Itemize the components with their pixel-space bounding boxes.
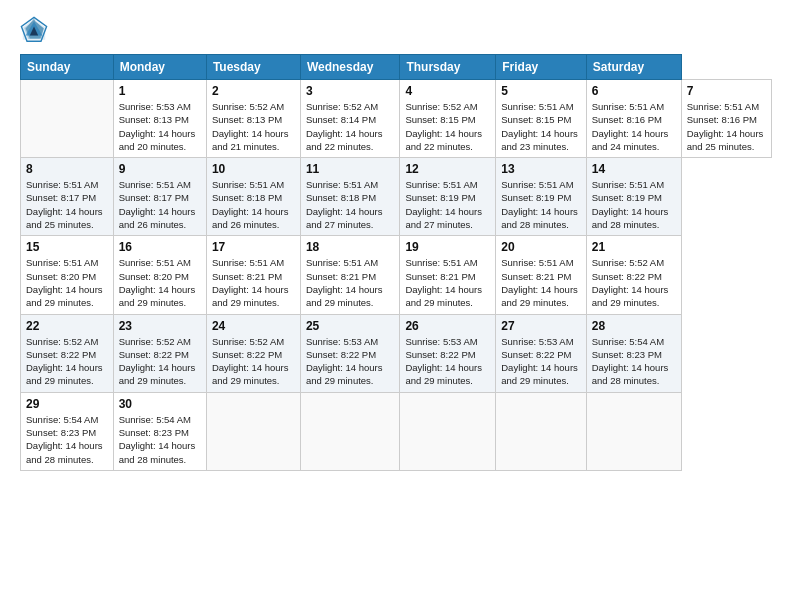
logo-icon xyxy=(20,16,48,44)
day-cell: 5 Sunrise: 5:51 AMSunset: 8:15 PMDayligh… xyxy=(496,80,586,158)
day-number: 27 xyxy=(501,319,580,333)
day-number: 25 xyxy=(306,319,395,333)
day-number: 2 xyxy=(212,84,295,98)
day-detail: Sunrise: 5:51 AMSunset: 8:21 PMDaylight:… xyxy=(405,256,490,309)
day-cell xyxy=(206,392,300,470)
day-cell: 13 Sunrise: 5:51 AMSunset: 8:19 PMDaylig… xyxy=(496,158,586,236)
day-detail: Sunrise: 5:54 AMSunset: 8:23 PMDaylight:… xyxy=(119,413,201,466)
day-detail: Sunrise: 5:51 AMSunset: 8:19 PMDaylight:… xyxy=(405,178,490,231)
day-cell: 29 Sunrise: 5:54 AMSunset: 8:23 PMDaylig… xyxy=(21,392,114,470)
day-cell: 6 Sunrise: 5:51 AMSunset: 8:16 PMDayligh… xyxy=(586,80,681,158)
day-number: 22 xyxy=(26,319,108,333)
day-detail: Sunrise: 5:51 AMSunset: 8:16 PMDaylight:… xyxy=(687,100,766,153)
day-number: 13 xyxy=(501,162,580,176)
col-header-tuesday: Tuesday xyxy=(206,55,300,80)
col-header-monday: Monday xyxy=(113,55,206,80)
day-number: 17 xyxy=(212,240,295,254)
day-cell: 20 Sunrise: 5:51 AMSunset: 8:21 PMDaylig… xyxy=(496,236,586,314)
day-detail: Sunrise: 5:53 AMSunset: 8:22 PMDaylight:… xyxy=(501,335,580,388)
col-header-friday: Friday xyxy=(496,55,586,80)
day-number: 5 xyxy=(501,84,580,98)
day-detail: Sunrise: 5:51 AMSunset: 8:21 PMDaylight:… xyxy=(501,256,580,309)
calendar-header-row: SundayMondayTuesdayWednesdayThursdayFrid… xyxy=(21,55,772,80)
day-number: 6 xyxy=(592,84,676,98)
day-cell: 25 Sunrise: 5:53 AMSunset: 8:22 PMDaylig… xyxy=(300,314,400,392)
day-cell: 7 Sunrise: 5:51 AMSunset: 8:16 PMDayligh… xyxy=(681,80,771,158)
calendar-table: SundayMondayTuesdayWednesdayThursdayFrid… xyxy=(20,54,772,471)
day-cell xyxy=(496,392,586,470)
day-cell xyxy=(400,392,496,470)
col-header-sunday: Sunday xyxy=(21,55,114,80)
day-cell: 30 Sunrise: 5:54 AMSunset: 8:23 PMDaylig… xyxy=(113,392,206,470)
week-row-3: 15 Sunrise: 5:51 AMSunset: 8:20 PMDaylig… xyxy=(21,236,772,314)
header xyxy=(20,16,772,44)
day-cell: 19 Sunrise: 5:51 AMSunset: 8:21 PMDaylig… xyxy=(400,236,496,314)
day-detail: Sunrise: 5:53 AMSunset: 8:22 PMDaylight:… xyxy=(306,335,395,388)
day-detail: Sunrise: 5:51 AMSunset: 8:20 PMDaylight:… xyxy=(26,256,108,309)
day-number: 18 xyxy=(306,240,395,254)
day-detail: Sunrise: 5:52 AMSunset: 8:22 PMDaylight:… xyxy=(212,335,295,388)
day-cell: 21 Sunrise: 5:52 AMSunset: 8:22 PMDaylig… xyxy=(586,236,681,314)
day-detail: Sunrise: 5:52 AMSunset: 8:13 PMDaylight:… xyxy=(212,100,295,153)
day-number: 10 xyxy=(212,162,295,176)
day-detail: Sunrise: 5:51 AMSunset: 8:17 PMDaylight:… xyxy=(119,178,201,231)
day-number: 4 xyxy=(405,84,490,98)
week-row-5: 29 Sunrise: 5:54 AMSunset: 8:23 PMDaylig… xyxy=(21,392,772,470)
day-cell: 16 Sunrise: 5:51 AMSunset: 8:20 PMDaylig… xyxy=(113,236,206,314)
day-cell xyxy=(300,392,400,470)
day-detail: Sunrise: 5:52 AMSunset: 8:14 PMDaylight:… xyxy=(306,100,395,153)
day-cell: 28 Sunrise: 5:54 AMSunset: 8:23 PMDaylig… xyxy=(586,314,681,392)
day-number: 14 xyxy=(592,162,676,176)
day-number: 16 xyxy=(119,240,201,254)
day-cell: 14 Sunrise: 5:51 AMSunset: 8:19 PMDaylig… xyxy=(586,158,681,236)
day-number: 9 xyxy=(119,162,201,176)
day-detail: Sunrise: 5:51 AMSunset: 8:20 PMDaylight:… xyxy=(119,256,201,309)
day-detail: Sunrise: 5:51 AMSunset: 8:15 PMDaylight:… xyxy=(501,100,580,153)
day-detail: Sunrise: 5:51 AMSunset: 8:21 PMDaylight:… xyxy=(212,256,295,309)
day-cell: 22 Sunrise: 5:52 AMSunset: 8:22 PMDaylig… xyxy=(21,314,114,392)
day-detail: Sunrise: 5:52 AMSunset: 8:15 PMDaylight:… xyxy=(405,100,490,153)
week-row-2: 8 Sunrise: 5:51 AMSunset: 8:17 PMDayligh… xyxy=(21,158,772,236)
day-cell: 3 Sunrise: 5:52 AMSunset: 8:14 PMDayligh… xyxy=(300,80,400,158)
day-detail: Sunrise: 5:51 AMSunset: 8:19 PMDaylight:… xyxy=(501,178,580,231)
day-number: 24 xyxy=(212,319,295,333)
day-number: 28 xyxy=(592,319,676,333)
day-cell: 11 Sunrise: 5:51 AMSunset: 8:18 PMDaylig… xyxy=(300,158,400,236)
day-detail: Sunrise: 5:54 AMSunset: 8:23 PMDaylight:… xyxy=(26,413,108,466)
page: SundayMondayTuesdayWednesdayThursdayFrid… xyxy=(0,0,792,612)
day-cell: 1 Sunrise: 5:53 AMSunset: 8:13 PMDayligh… xyxy=(113,80,206,158)
day-cell: 26 Sunrise: 5:53 AMSunset: 8:22 PMDaylig… xyxy=(400,314,496,392)
day-cell: 9 Sunrise: 5:51 AMSunset: 8:17 PMDayligh… xyxy=(113,158,206,236)
day-cell: 12 Sunrise: 5:51 AMSunset: 8:19 PMDaylig… xyxy=(400,158,496,236)
col-header-thursday: Thursday xyxy=(400,55,496,80)
day-number: 12 xyxy=(405,162,490,176)
empty-cell xyxy=(21,80,114,158)
day-number: 15 xyxy=(26,240,108,254)
day-cell: 8 Sunrise: 5:51 AMSunset: 8:17 PMDayligh… xyxy=(21,158,114,236)
day-detail: Sunrise: 5:51 AMSunset: 8:21 PMDaylight:… xyxy=(306,256,395,309)
day-detail: Sunrise: 5:53 AMSunset: 8:22 PMDaylight:… xyxy=(405,335,490,388)
day-cell: 18 Sunrise: 5:51 AMSunset: 8:21 PMDaylig… xyxy=(300,236,400,314)
day-detail: Sunrise: 5:51 AMSunset: 8:18 PMDaylight:… xyxy=(212,178,295,231)
week-row-1: 1 Sunrise: 5:53 AMSunset: 8:13 PMDayligh… xyxy=(21,80,772,158)
day-number: 29 xyxy=(26,397,108,411)
day-number: 30 xyxy=(119,397,201,411)
day-cell: 15 Sunrise: 5:51 AMSunset: 8:20 PMDaylig… xyxy=(21,236,114,314)
day-detail: Sunrise: 5:51 AMSunset: 8:17 PMDaylight:… xyxy=(26,178,108,231)
day-cell: 17 Sunrise: 5:51 AMSunset: 8:21 PMDaylig… xyxy=(206,236,300,314)
day-number: 23 xyxy=(119,319,201,333)
day-cell xyxy=(586,392,681,470)
day-detail: Sunrise: 5:54 AMSunset: 8:23 PMDaylight:… xyxy=(592,335,676,388)
day-detail: Sunrise: 5:51 AMSunset: 8:16 PMDaylight:… xyxy=(592,100,676,153)
logo xyxy=(20,16,52,44)
day-cell: 4 Sunrise: 5:52 AMSunset: 8:15 PMDayligh… xyxy=(400,80,496,158)
day-number: 8 xyxy=(26,162,108,176)
day-detail: Sunrise: 5:52 AMSunset: 8:22 PMDaylight:… xyxy=(119,335,201,388)
day-detail: Sunrise: 5:52 AMSunset: 8:22 PMDaylight:… xyxy=(26,335,108,388)
day-number: 7 xyxy=(687,84,766,98)
day-cell: 10 Sunrise: 5:51 AMSunset: 8:18 PMDaylig… xyxy=(206,158,300,236)
col-header-saturday: Saturday xyxy=(586,55,681,80)
day-number: 1 xyxy=(119,84,201,98)
day-number: 20 xyxy=(501,240,580,254)
day-cell: 23 Sunrise: 5:52 AMSunset: 8:22 PMDaylig… xyxy=(113,314,206,392)
